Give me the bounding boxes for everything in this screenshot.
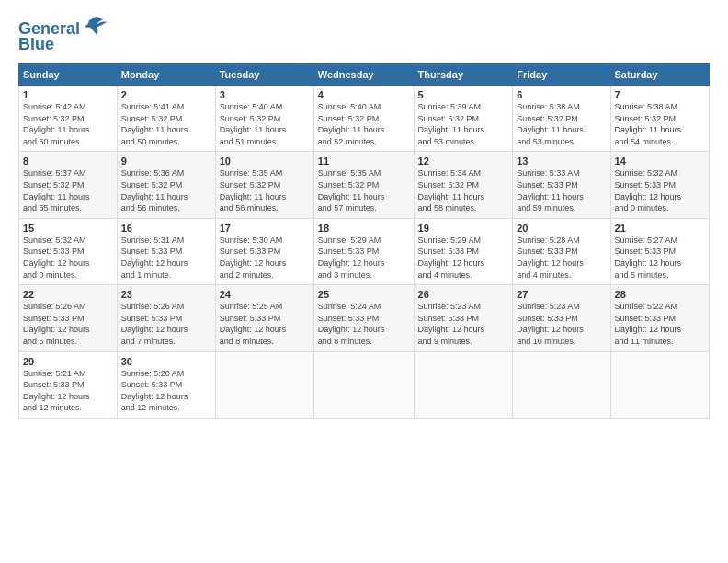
daylight-minutes: and 3 minutes. [318,270,372,280]
sunset-text: Sunset: 5:32 PM [615,114,677,123]
day-info: Sunrise: 5:29 AMSunset: 5:33 PMDaylight:… [418,235,509,281]
daylight-minutes: and 57 minutes. [318,203,377,213]
daylight-label: Daylight: 11 hoursand 50 minutes. [23,125,90,146]
daylight-hours: Daylight: 12 hours [220,325,287,334]
day-number: 18 [318,223,410,234]
sunrise-text: Sunrise: 5:29 AM [418,236,482,245]
daylight-minutes: and 7 minutes. [121,337,176,346]
sunset-text: Sunset: 5:33 PM [615,180,677,190]
calendar-week-5: 29Sunrise: 5:21 AMSunset: 5:33 PMDayligh… [19,351,710,418]
calendar-cell: 26Sunrise: 5:23 AMSunset: 5:33 PMDayligh… [414,285,513,351]
calendar-cell: 18Sunrise: 5:29 AMSunset: 5:33 PMDayligh… [313,218,414,284]
calendar-cell: 7Sunrise: 5:38 AMSunset: 5:32 PMDaylight… [610,86,709,152]
sunrise-text: Sunrise: 5:37 AM [23,168,86,178]
daylight-minutes: and 54 minutes. [615,137,674,146]
daylight-minutes: and 50 minutes. [121,137,180,146]
calendar-cell: 14Sunrise: 5:32 AMSunset: 5:33 PMDayligh… [610,152,709,218]
calendar-cell: 17Sunrise: 5:30 AMSunset: 5:33 PMDayligh… [215,218,313,284]
calendar-cell: 23Sunrise: 5:26 AMSunset: 5:33 PMDayligh… [117,285,215,351]
daylight-label: Daylight: 11 hoursand 59 minutes. [517,192,584,213]
sunrise-text: Sunrise: 5:40 AM [220,102,283,111]
calendar-cell: 4Sunrise: 5:40 AMSunset: 5:32 PMDaylight… [313,86,414,152]
day-number: 28 [615,289,705,300]
daylight-hours: Daylight: 11 hours [23,192,90,201]
calendar-cell: 28Sunrise: 5:22 AMSunset: 5:33 PMDayligh… [610,285,709,351]
sunset-text: Sunset: 5:33 PM [121,314,183,323]
daylight-label: Daylight: 12 hoursand 3 minutes. [318,259,385,280]
sunset-text: Sunset: 5:33 PM [23,380,85,389]
daylight-minutes: and 55 minutes. [23,203,82,213]
daylight-label: Daylight: 11 hoursand 56 minutes. [220,192,287,213]
day-number: 4 [318,89,410,100]
sunset-text: Sunset: 5:32 PM [318,180,380,190]
daylight-label: Daylight: 12 hoursand 4 minutes. [418,259,485,280]
day-info: Sunrise: 5:30 AMSunset: 5:33 PMDaylight:… [220,235,310,281]
daylight-minutes: and 12 minutes. [23,403,82,412]
daylight-label: Daylight: 12 hoursand 6 minutes. [23,325,90,346]
daylight-minutes: and 53 minutes. [418,137,477,146]
day-info: Sunrise: 5:27 AMSunset: 5:33 PMDaylight:… [615,235,705,281]
day-info: Sunrise: 5:28 AMSunset: 5:33 PMDaylight:… [517,235,606,281]
daylight-minutes: and 4 minutes. [517,270,571,280]
sunset-text: Sunset: 5:33 PM [121,247,183,256]
daylight-minutes: and 10 minutes. [517,337,575,346]
daylight-label: Daylight: 12 hoursand 5 minutes. [615,259,682,280]
day-number: 9 [121,155,211,167]
daylight-label: Daylight: 11 hoursand 57 minutes. [318,192,385,213]
daylight-minutes: and 0 minutes. [23,270,77,280]
calendar-week-2: 8Sunrise: 5:37 AMSunset: 5:32 PMDaylight… [19,152,710,218]
calendar-cell [215,351,313,418]
weekday-header-row: SundayMondayTuesdayWednesdayThursdayFrid… [19,64,710,86]
day-number: 8 [23,155,113,167]
daylight-hours: Daylight: 11 hours [318,125,385,134]
daylight-hours: Daylight: 12 hours [23,259,90,268]
day-info: Sunrise: 5:33 AMSunset: 5:33 PMDaylight:… [517,167,606,213]
day-number: 12 [418,155,509,167]
daylight-label: Daylight: 11 hoursand 55 minutes. [23,192,90,213]
day-info: Sunrise: 5:41 AMSunset: 5:32 PMDaylight:… [121,101,211,147]
day-number: 30 [121,356,211,367]
daylight-label: Daylight: 12 hoursand 12 minutes. [23,392,90,413]
daylight-minutes: and 58 minutes. [418,203,477,213]
daylight-label: Daylight: 11 hoursand 58 minutes. [418,192,485,213]
daylight-label: Daylight: 11 hoursand 53 minutes. [418,125,485,146]
daylight-minutes: and 11 minutes. [615,337,674,346]
calendar-cell: 8Sunrise: 5:37 AMSunset: 5:32 PMDaylight… [19,152,118,218]
sunrise-text: Sunrise: 5:32 AM [23,236,86,245]
sunrise-text: Sunrise: 5:31 AM [121,236,185,245]
daylight-hours: Daylight: 12 hours [615,325,682,334]
daylight-minutes: and 50 minutes. [23,137,82,146]
day-number: 22 [23,289,113,300]
sunrise-text: Sunrise: 5:24 AM [318,302,381,311]
sunrise-text: Sunrise: 5:36 AM [121,168,185,178]
day-number: 14 [615,155,705,167]
sunrise-text: Sunrise: 5:41 AM [121,102,185,111]
daylight-label: Daylight: 12 hoursand 0 minutes. [615,192,682,213]
sunrise-text: Sunrise: 5:39 AM [418,102,482,111]
sunrise-text: Sunrise: 5:22 AM [615,302,678,311]
daylight-label: Daylight: 12 hoursand 8 minutes. [318,325,385,346]
day-number: 3 [220,89,310,100]
day-info: Sunrise: 5:31 AMSunset: 5:33 PMDaylight:… [121,235,211,281]
sunrise-text: Sunrise: 5:34 AM [418,168,482,178]
daylight-label: Daylight: 11 hoursand 56 minutes. [121,192,188,213]
daylight-hours: Daylight: 11 hours [121,192,188,201]
daylight-hours: Daylight: 12 hours [220,259,287,268]
calendar-cell: 19Sunrise: 5:29 AMSunset: 5:33 PMDayligh… [414,218,513,284]
daylight-label: Daylight: 11 hoursand 54 minutes. [615,125,682,146]
calendar-cell: 9Sunrise: 5:36 AMSunset: 5:32 PMDaylight… [117,152,215,218]
day-number: 15 [23,223,113,234]
calendar-cell: 10Sunrise: 5:35 AMSunset: 5:32 PMDayligh… [215,152,313,218]
daylight-minutes: and 53 minutes. [517,137,575,146]
calendar-cell: 1Sunrise: 5:42 AMSunset: 5:32 PMDaylight… [19,86,118,152]
daylight-hours: Daylight: 11 hours [23,125,90,134]
day-info: Sunrise: 5:40 AMSunset: 5:32 PMDaylight:… [220,101,310,147]
calendar-cell: 12Sunrise: 5:34 AMSunset: 5:32 PMDayligh… [414,152,513,218]
daylight-minutes: and 8 minutes. [220,337,274,346]
day-info: Sunrise: 5:32 AMSunset: 5:33 PMDaylight:… [23,235,113,281]
sunrise-text: Sunrise: 5:28 AM [517,236,580,245]
calendar-cell [513,351,610,418]
day-info: Sunrise: 5:37 AMSunset: 5:32 PMDaylight:… [23,167,113,213]
day-info: Sunrise: 5:36 AMSunset: 5:32 PMDaylight:… [121,167,211,213]
weekday-header-wednesday: Wednesday [313,64,414,86]
